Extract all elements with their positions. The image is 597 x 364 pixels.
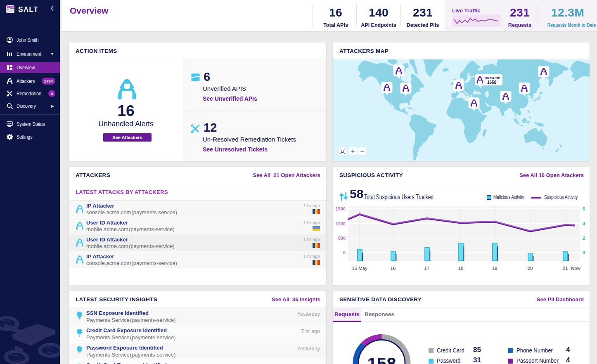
svg-text:17: 17: [424, 266, 430, 271]
svg-text:0: 0: [583, 250, 585, 255]
svg-text:21: 21: [563, 266, 568, 271]
svg-text:1500: 1500: [336, 206, 346, 211]
svg-text:16: 16: [391, 266, 396, 271]
svg-text:158: 158: [367, 354, 396, 364]
svg-text:20: 20: [528, 266, 533, 271]
svg-text:1000: 1000: [336, 221, 346, 226]
svg-text:1658: 1658: [487, 80, 497, 85]
svg-text:2: 2: [583, 236, 585, 241]
svg-text:15 May: 15 May: [352, 266, 367, 271]
svg-text:6: 6: [583, 206, 585, 211]
svg-text:4: 4: [583, 221, 585, 226]
svg-text:19: 19: [492, 266, 498, 271]
svg-text:UKRAINE: UKRAINE: [485, 76, 500, 80]
svg-text:18: 18: [458, 266, 464, 271]
svg-text:500: 500: [338, 236, 346, 241]
svg-text:Now: Now: [571, 266, 581, 271]
svg-text:SΛLT: SΛLT: [18, 5, 38, 14]
svg-text:0: 0: [343, 250, 346, 255]
